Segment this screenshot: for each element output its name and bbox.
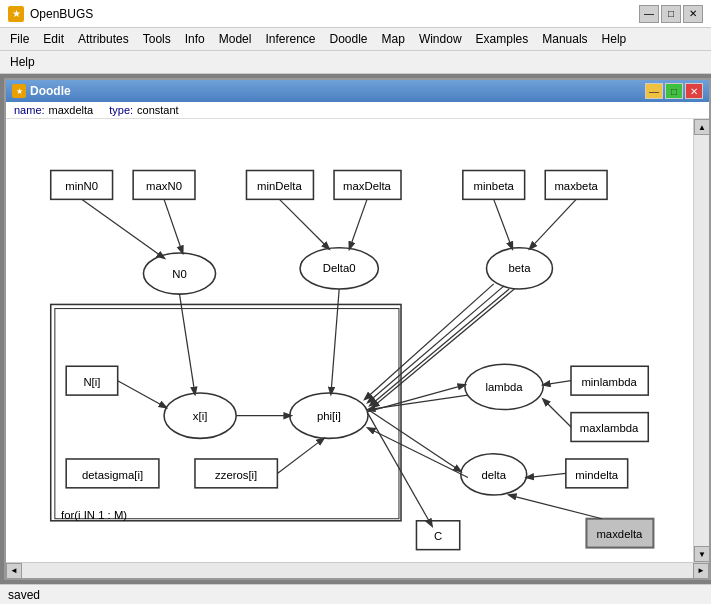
window-controls: — □ ✕ xyxy=(639,5,703,23)
scroll-down-button[interactable]: ▼ xyxy=(694,546,709,562)
svg-line-52 xyxy=(118,381,166,408)
svg-text:minlambda: minlambda xyxy=(581,376,637,388)
menu-info[interactable]: Info xyxy=(179,30,211,48)
menu-window[interactable]: Window xyxy=(413,30,468,48)
diagram-svg: for(i IN 1 : M) minN0 maxN0 minDelta max… xyxy=(6,119,693,562)
svg-text:maxbeta: maxbeta xyxy=(554,180,598,192)
svg-line-68 xyxy=(277,438,323,473)
svg-line-46 xyxy=(164,199,183,253)
svg-text:zzeros[i]: zzeros[i] xyxy=(215,469,257,481)
svg-text:N[i]: N[i] xyxy=(83,376,100,388)
svg-line-64 xyxy=(543,381,571,385)
svg-text:mindelta: mindelta xyxy=(575,469,619,481)
type-value: constant xyxy=(137,104,179,116)
doodle-title: Doodle xyxy=(30,84,641,98)
menu-file[interactable]: File xyxy=(4,30,35,48)
menu-map[interactable]: Map xyxy=(376,30,411,48)
menu-help-2[interactable]: Help xyxy=(4,53,41,71)
prop-name: name: maxdelta xyxy=(14,104,93,116)
svg-line-67 xyxy=(509,495,602,519)
svg-line-65 xyxy=(543,399,571,427)
menu-attributes[interactable]: Attributes xyxy=(72,30,135,48)
scroll-track[interactable] xyxy=(694,135,709,546)
svg-text:x[i]: x[i] xyxy=(193,410,207,422)
scroll-up-button[interactable]: ▲ xyxy=(694,119,709,135)
svg-text:phi[i]: phi[i] xyxy=(317,410,341,422)
menu-examples[interactable]: Examples xyxy=(470,30,535,48)
svg-line-63 xyxy=(368,410,461,472)
svg-text:N0: N0 xyxy=(172,268,186,280)
menu-bar-2: Help xyxy=(0,51,711,74)
title-bar: ★ OpenBUGS — □ ✕ xyxy=(0,0,711,28)
svg-text:minDelta: minDelta xyxy=(257,180,302,192)
svg-text:minbeta: minbeta xyxy=(474,180,515,192)
doodle-title-bar: ★ Doodle — □ ✕ xyxy=(6,80,709,102)
svg-line-47 xyxy=(279,199,328,248)
svg-text:maxdelta: maxdelta xyxy=(596,528,643,540)
doodle-close-button[interactable]: ✕ xyxy=(685,83,703,99)
svg-line-45 xyxy=(82,199,164,258)
scroll-left-button[interactable]: ◄ xyxy=(6,563,22,579)
svg-line-49 xyxy=(494,199,513,248)
svg-line-51 xyxy=(180,294,195,394)
menu-inference[interactable]: Inference xyxy=(259,30,321,48)
type-label: type: xyxy=(109,104,133,116)
minimize-button[interactable]: — xyxy=(639,5,659,23)
doodle-icon: ★ xyxy=(12,84,26,98)
doodle-window: ★ Doodle — □ ✕ name: maxdelta type: cons… xyxy=(4,78,711,580)
prop-type: type: constant xyxy=(109,104,178,116)
close-button[interactable]: ✕ xyxy=(683,5,703,23)
doodle-maximize-button[interactable]: □ xyxy=(665,83,683,99)
menu-model[interactable]: Model xyxy=(213,30,258,48)
app-icon: ★ xyxy=(8,6,24,22)
svg-line-48 xyxy=(350,199,368,248)
svg-line-60 xyxy=(368,428,468,477)
menu-edit[interactable]: Edit xyxy=(37,30,70,48)
svg-text:lambda: lambda xyxy=(485,381,523,393)
main-area: ★ Doodle — □ ✕ name: maxdelta type: cons… xyxy=(0,74,711,584)
svg-line-50 xyxy=(530,199,576,248)
menu-bar: File Edit Attributes Tools Info Model In… xyxy=(0,28,711,51)
doodle-window-controls: — □ ✕ xyxy=(645,83,703,99)
menu-manuals[interactable]: Manuals xyxy=(536,30,593,48)
doodle-minimize-button[interactable]: — xyxy=(645,83,663,99)
properties-bar: name: maxdelta type: constant xyxy=(6,102,709,119)
svg-text:maxDelta: maxDelta xyxy=(343,180,392,192)
svg-text:C: C xyxy=(434,530,442,542)
status-bar: saved xyxy=(0,584,711,604)
svg-text:for(i IN 1 : M): for(i IN 1 : M) xyxy=(61,509,127,521)
scroll-right-button[interactable]: ► xyxy=(693,563,709,579)
maximize-button[interactable]: □ xyxy=(661,5,681,23)
svg-text:maxlambda: maxlambda xyxy=(580,422,639,434)
svg-text:beta: beta xyxy=(508,263,531,275)
svg-text:maxN0: maxN0 xyxy=(146,180,182,192)
menu-doodle[interactable]: Doodle xyxy=(324,30,374,48)
menu-help[interactable]: Help xyxy=(596,30,633,48)
app-title: OpenBUGS xyxy=(30,7,633,21)
svg-line-66 xyxy=(527,473,566,477)
svg-text:minN0: minN0 xyxy=(65,180,98,192)
menu-tools[interactable]: Tools xyxy=(137,30,177,48)
svg-text:Delta0: Delta0 xyxy=(323,263,356,275)
name-value: maxdelta xyxy=(49,104,94,116)
name-label: name: xyxy=(14,104,45,116)
vertical-scrollbar[interactable]: ▲ ▼ xyxy=(693,119,709,562)
horizontal-scrollbar[interactable]: ◄ ► xyxy=(6,562,709,578)
svg-text:detasigma[i]: detasigma[i] xyxy=(82,469,143,481)
diagram-canvas[interactable]: for(i IN 1 : M) minN0 maxN0 minDelta max… xyxy=(6,119,693,562)
svg-text:delta: delta xyxy=(481,469,506,481)
status-text: saved xyxy=(8,588,40,602)
